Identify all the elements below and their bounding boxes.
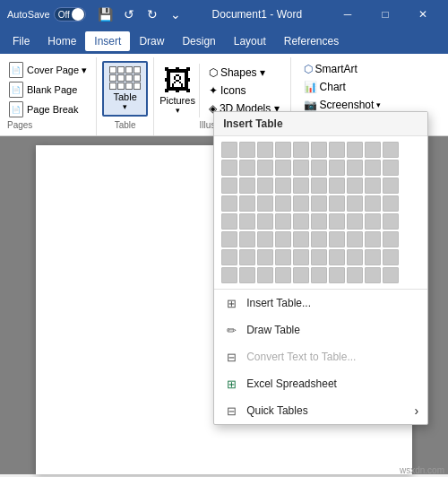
picker-cell[interactable] [275,231,291,247]
picker-cell[interactable] [239,178,255,194]
picker-cell[interactable] [221,142,237,158]
picker-cell[interactable] [329,160,345,176]
picker-cell[interactable] [221,249,237,265]
picker-cell[interactable] [311,249,327,265]
picker-cell[interactable] [365,195,381,212]
insert-table-button[interactable]: ⊞ Insert Table... [214,290,427,317]
picker-cell[interactable] [365,160,381,176]
restore-button[interactable]: □ [367,2,403,27]
menu-home[interactable]: Home [39,31,85,51]
picker-cell[interactable] [257,213,273,230]
picker-cell[interactable] [239,142,255,158]
picker-cell[interactable] [383,231,399,247]
picker-cell[interactable] [293,213,309,230]
cover-page-button[interactable]: 📄 Cover Page ▾ [7,61,89,79]
menu-draw[interactable]: Draw [130,31,173,51]
picker-cell[interactable] [311,267,327,283]
customize-icon[interactable]: ⌄ [167,5,185,23]
picker-cell[interactable] [239,213,255,230]
menu-design[interactable]: Design [173,31,224,51]
picker-cell[interactable] [293,231,309,247]
picker-cell[interactable] [365,142,381,158]
picker-cell[interactable] [311,178,327,194]
picker-cell[interactable] [383,160,399,176]
picker-cell[interactable] [275,213,291,230]
blank-page-button[interactable]: 📄 Blank Page [7,81,89,99]
picker-cell[interactable] [347,160,363,176]
picker-cell[interactable] [257,249,273,265]
redo-icon[interactable]: ↻ [143,5,161,23]
picker-cell[interactable] [275,160,291,176]
picker-cell[interactable] [329,231,345,247]
save-icon[interactable]: 💾 [97,5,115,23]
menu-insert[interactable]: Insert [85,31,130,51]
picker-cell[interactable] [239,195,255,212]
picker-cell[interactable] [383,178,399,194]
picker-cell[interactable] [329,213,345,230]
page-break-button[interactable]: 📄 Page Break [7,100,89,118]
minimize-button[interactable]: ─ [330,2,366,27]
picker-cell[interactable] [329,249,345,265]
picker-cell[interactable] [221,195,237,212]
picker-cell[interactable] [383,267,399,283]
picker-cell[interactable] [275,178,291,194]
table-button[interactable]: Table ▾ [102,61,148,117]
picker-cell[interactable] [329,267,345,283]
picker-cell[interactable] [311,213,327,230]
menu-references[interactable]: References [275,31,348,51]
picker-cell[interactable] [347,142,363,158]
close-button[interactable]: ✕ [405,2,441,27]
picker-cell[interactable] [293,178,309,194]
picker-cell[interactable] [275,267,291,283]
picker-cell[interactable] [293,160,309,176]
picker-cell[interactable] [365,213,381,230]
autosave-toggle[interactable]: Off [54,7,86,22]
picker-cell[interactable] [221,213,237,230]
picker-cell[interactable] [275,142,291,158]
picker-cell[interactable] [311,160,327,176]
picker-cell[interactable] [311,142,327,158]
picker-cell[interactable] [383,142,399,158]
picker-cell[interactable] [347,267,363,283]
picker-cell[interactable] [347,195,363,212]
picker-cell[interactable] [239,231,255,247]
picker-cell[interactable] [293,142,309,158]
icons-button[interactable]: ✦ Icons [203,82,285,99]
picker-cell[interactable] [239,249,255,265]
picker-cell[interactable] [383,249,399,265]
shapes-button[interactable]: ⬡ Shapes ▾ [203,65,285,81]
picker-cell[interactable] [221,267,237,283]
picker-cell[interactable] [221,178,237,194]
draw-table-button[interactable]: ✏ Draw Table [214,317,427,343]
picker-cell[interactable] [257,178,273,194]
picker-cell[interactable] [347,178,363,194]
picker-cell[interactable] [257,267,273,283]
picker-cell[interactable] [275,195,291,212]
picker-cell[interactable] [257,160,273,176]
menu-file[interactable]: File [4,31,39,51]
picker-cell[interactable] [257,231,273,247]
excel-spreadsheet-button[interactable]: ⊞ Excel Spreadsheet [214,370,427,397]
picker-cell[interactable] [365,249,381,265]
picker-cell[interactable] [257,142,273,158]
picker-cell[interactable] [383,213,399,230]
quick-tables-button[interactable]: ⊟ Quick Tables [214,397,427,424]
picker-cell[interactable] [293,249,309,265]
picker-cell[interactable] [239,267,255,283]
picker-cell[interactable] [347,213,363,230]
picker-cell[interactable] [365,267,381,283]
picker-cell[interactable] [221,231,237,247]
picker-cell[interactable] [383,195,399,212]
picker-cell[interactable] [275,249,291,265]
picker-cell[interactable] [329,142,345,158]
picker-cell[interactable] [221,160,237,176]
smartart-button[interactable]: ⬡ SmartArt [298,61,441,77]
picker-cell[interactable] [329,195,345,212]
picker-cell[interactable] [365,231,381,247]
undo-icon[interactable]: ↺ [120,5,138,23]
picker-cell[interactable] [329,178,345,194]
picker-cell[interactable] [257,195,273,212]
picker-cell[interactable] [311,195,327,212]
picker-cell[interactable] [347,249,363,265]
pictures-button[interactable]: 🖼 Pictures ▾ [159,66,195,115]
